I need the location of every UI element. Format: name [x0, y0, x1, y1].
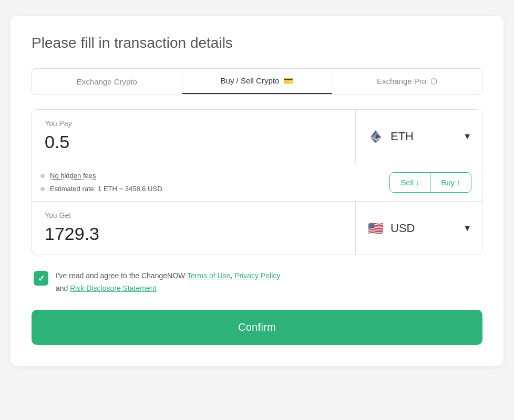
- estimated-rate-item: Estimated rate: 1 ETH ~ 3458.6 USD: [40, 185, 162, 193]
- tab-exchange-pro-label: Exchange Pro: [377, 77, 426, 86]
- sell-button[interactable]: Sell ↓: [390, 173, 430, 192]
- no-fees-text: No hidden fees: [50, 172, 96, 180]
- tabs-container: Exchange Crypto Buy / Sell Crypto 💳 Exch…: [32, 68, 482, 94]
- sell-label: Sell: [400, 178, 414, 187]
- tab-exchange-pro[interactable]: Exchange Pro ⬡: [332, 69, 482, 94]
- usd-currency-name: USD: [390, 222, 458, 235]
- estimated-rate-text: Estimated rate: 1 ETH ~ 3458.6 USD: [50, 185, 162, 193]
- buy-arrow-icon: ↑: [457, 178, 460, 186]
- eth-icon: [366, 127, 385, 146]
- agreement-text: I've read and agree to the ChangeNOW Ter…: [56, 270, 280, 295]
- tab-buy-sell-icon: 💳: [283, 76, 293, 85]
- agreement-prefix: I've read and agree to the ChangeNOW: [56, 271, 187, 280]
- buy-label: Buy: [441, 178, 455, 187]
- agreement-middle: and: [56, 284, 70, 292]
- you-pay-left: You Pay 0.5: [32, 110, 356, 163]
- you-pay-value: 0.5: [45, 132, 343, 152]
- you-get-currency-selector[interactable]: 🇺🇸 USD ▼: [356, 202, 482, 255]
- usd-icon: 🇺🇸: [366, 219, 385, 238]
- page-title: Please fill in transaction details: [32, 35, 482, 51]
- tab-exchange-pro-icon: ⬡: [430, 77, 437, 86]
- info-middle-row: No hidden fees Estimated rate: 1 ETH ~ 3…: [32, 163, 482, 202]
- sell-arrow-icon: ↓: [416, 178, 419, 186]
- estimated-rate-label: Estimated rate:: [50, 185, 96, 193]
- you-get-label: You Get: [45, 211, 343, 219]
- tab-exchange-crypto[interactable]: Exchange Crypto: [32, 69, 182, 94]
- estimated-rate-value: 1 ETH ~ 3458.6 USD: [98, 185, 162, 193]
- risk-disclosure-link[interactable]: Risk Disclosure Statement: [70, 284, 156, 292]
- estimated-rate-dot: [40, 187, 45, 191]
- terms-of-use-link[interactable]: Terms of Use: [187, 271, 230, 280]
- no-fees-item: No hidden fees: [40, 172, 162, 180]
- eth-dropdown-arrow: ▼: [463, 132, 471, 141]
- agreement-row: ✓ I've read and agree to the ChangeNOW T…: [32, 270, 482, 295]
- you-get-value: 1729.3: [45, 224, 343, 244]
- no-fees-dot: [40, 174, 45, 178]
- checkmark-icon: ✓: [38, 274, 45, 284]
- buy-button[interactable]: Buy ↑: [430, 173, 471, 192]
- confirm-button[interactable]: Confirm: [32, 310, 482, 345]
- you-get-left: You Get 1729.3: [32, 202, 356, 255]
- agreement-checkbox[interactable]: ✓: [34, 271, 48, 286]
- you-pay-row: You Pay 0.5 ETH ▼: [32, 110, 482, 163]
- eth-currency-name: ETH: [390, 130, 458, 143]
- exchange-boxes: You Pay 0.5 ETH ▼: [32, 109, 482, 255]
- info-left: No hidden fees Estimated rate: 1 ETH ~ 3…: [40, 172, 162, 193]
- sell-buy-group: Sell ↓ Buy ↑: [389, 172, 471, 193]
- tab-buy-sell-crypto[interactable]: Buy / Sell Crypto 💳: [182, 69, 333, 94]
- you-pay-currency-selector[interactable]: ETH ▼: [356, 110, 482, 163]
- agreement-comma: ,: [230, 271, 234, 280]
- you-get-row: You Get 1729.3 🇺🇸 USD ▼: [32, 202, 482, 255]
- main-card: Please fill in transaction details Excha…: [11, 16, 503, 366]
- you-pay-label: You Pay: [45, 119, 343, 128]
- tab-buy-sell-label: Buy / Sell Crypto: [221, 76, 280, 85]
- privacy-policy-link[interactable]: Privacy Policy: [234, 271, 280, 280]
- usd-dropdown-arrow: ▼: [463, 224, 471, 233]
